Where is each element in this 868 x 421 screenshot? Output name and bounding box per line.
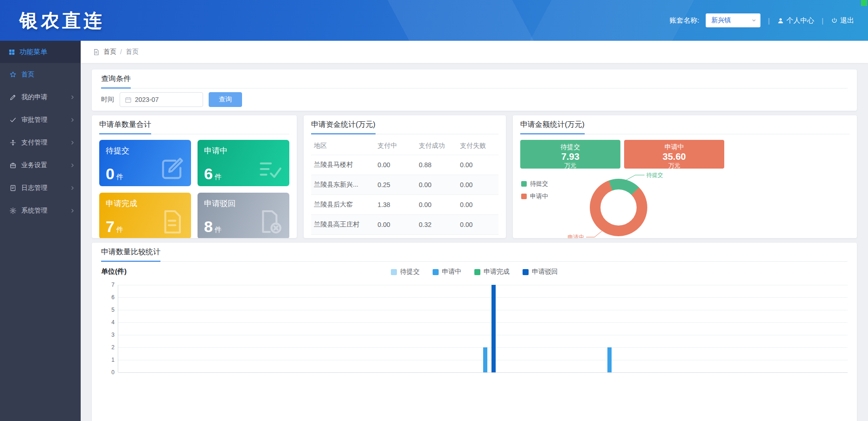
content: 查询条件 时间 2023-07 查询 申请单数量合计 待提交0件申请中6 (81, 63, 868, 421)
fund-table-cell: 0.00 (457, 175, 498, 195)
fund-table-cell: 0.32 (416, 215, 457, 235)
gridline (118, 372, 848, 373)
bar-chart-legend: 待提交申请中申请完成申请驳回 (391, 268, 558, 276)
query-form: 时间 2023-07 查询 (101, 92, 848, 107)
sidebar-item-label: 我的申请 (21, 93, 65, 101)
query-card-title: 查询条件 (101, 74, 848, 88)
donut-legend-item[interactable]: 申请中 (521, 192, 548, 201)
summary-tile-2[interactable]: 申请完成7件 (99, 193, 191, 238)
business-icon (9, 162, 17, 169)
y-axis-tick: 4 (103, 319, 115, 326)
search-button[interactable]: 查询 (209, 92, 242, 107)
document-icon (93, 49, 100, 56)
tile-label: 申请完成 (106, 198, 185, 209)
fund-table: 地区支付中支付成功支付失败 兰陵县马楼村0.000.880.00兰陵县东新兴..… (311, 136, 498, 238)
time-label: 时间 (101, 95, 114, 104)
fund-table-header: 支付成功 (416, 136, 457, 155)
fund-table-cell: 0.00 (416, 175, 457, 195)
fund-table-cell: 兰陵县后大窑 (311, 195, 375, 215)
payment-icon (9, 139, 17, 146)
summary-tile-3[interactable]: 申请驳回8件 (198, 193, 289, 238)
logout-link[interactable]: 退出 (831, 16, 854, 25)
sidebar-item-0[interactable]: 首页 (0, 63, 81, 86)
sidebar-item-6[interactable]: 系统管理 (0, 199, 81, 222)
fund-table-cell: 0.88 (416, 155, 457, 175)
chart-meta-row: 单位(件) 待提交申请中申请完成申请驳回 (101, 267, 848, 277)
gridline (118, 310, 848, 310)
main-area: 首页 / 首页 查询条件 时间 2023-07 查询 (81, 41, 868, 421)
fund-card: 申请资金统计(万元) 地区支付中支付成功支付失败 兰陵县马楼村0.000.880… (304, 115, 506, 238)
unit-label: 单位(件) (101, 267, 127, 275)
account-select[interactable]: 新兴镇 (706, 13, 760, 27)
sidebar-item-label: 日志管理 (21, 184, 65, 192)
fund-table-cell: 兰陵县王家楼村 (311, 235, 375, 239)
chevron-right-icon (70, 94, 75, 100)
y-axis-tick: 3 (103, 332, 115, 338)
app-header: 银农直连 账套名称: 新兴镇 | 个人中心 | 退出 (0, 0, 868, 41)
amount-card-title: 申请金额统计(万元) (520, 120, 849, 134)
compare-chart-card: 申请数量比较统计 单位(件) 待提交申请中申请完成申请驳回 76543210 (92, 243, 857, 421)
fund-table-cell: 0.00 (375, 235, 416, 239)
account-set-label: 账套名称: (670, 16, 699, 25)
fund-table-row: 兰陵县东新兴...0.250.000.00 (311, 175, 498, 195)
fund-table-cell: 1.38 (375, 195, 416, 215)
fund-table-cell: 0.00 (375, 155, 416, 175)
fund-table-row: 兰陵县高王庄村0.000.320.00 (311, 215, 498, 235)
sidebar-item-4[interactable]: 业务设置 (0, 154, 81, 176)
fund-table-cell: 0.25 (375, 175, 416, 195)
tile-count: 0件 (106, 166, 123, 182)
chevron-right-icon (70, 140, 75, 145)
log-icon (9, 184, 17, 192)
donut-legend-item[interactable]: 待提交 (521, 180, 548, 188)
chevron-right-icon (70, 185, 75, 191)
sidebar-item-1[interactable]: 我的申请 (0, 86, 81, 108)
fund-table-cell: 兰陵县高王庄村 (311, 215, 375, 235)
bar-legend-item[interactable]: 申请完成 (474, 268, 510, 276)
power-icon (831, 17, 838, 24)
month-picker-value: 2023-07 (135, 96, 159, 103)
month-picker-input[interactable]: 2023-07 (120, 92, 203, 107)
grid-icon (8, 49, 15, 56)
legend-swatch (474, 269, 480, 275)
tile-label: 待提交 (106, 145, 185, 156)
fund-table-cell: 0.00 (457, 215, 498, 235)
cards-row: 申请单数量合计 待提交0件申请中6件申请完成7件申请驳回8件 申请资金统计(万元… (92, 115, 857, 238)
account-select-value: 新兴镇 (711, 16, 731, 25)
bar-申请驳回[interactable] (491, 285, 496, 372)
sidebar-item-3[interactable]: 支付管理 (0, 131, 81, 154)
screen-artifact (861, 0, 867, 6)
bar-legend-item[interactable]: 申请中 (433, 268, 461, 276)
summary-tile-1[interactable]: 申请中6件 (198, 140, 289, 186)
sidebar-item-2[interactable]: 审批管理 (0, 108, 81, 131)
header-separator: | (768, 17, 770, 25)
summary-card: 申请单数量合计 待提交0件申请中6件申请完成7件申请驳回8件 (92, 115, 297, 238)
bar-legend-item[interactable]: 待提交 (391, 268, 420, 276)
sidebar-item-label: 首页 (21, 70, 75, 79)
fund-table-header: 地区 (311, 136, 375, 155)
breadcrumb-separator: / (120, 48, 122, 56)
fund-table-cell: 0.00 (416, 195, 457, 215)
donut-legend: 待提交申请中 (521, 180, 548, 205)
profile-link[interactable]: 个人中心 (777, 16, 814, 25)
sidebar-menu-header: 功能菜单 (0, 41, 81, 63)
sidebar: 功能菜单 首页我的申请审批管理支付管理业务设置日志管理系统管理 (0, 41, 81, 421)
sidebar-item-label: 审批管理 (21, 116, 65, 124)
donut-chart-area: 待提交申请中 待提交 申请中 (520, 172, 724, 238)
breadcrumb-item-home[interactable]: 首页 (103, 48, 116, 56)
summary-tile-0[interactable]: 待提交0件 (99, 140, 191, 186)
sidebar-item-5[interactable]: 日志管理 (0, 176, 81, 199)
fund-table-cell: 0.00 (375, 215, 416, 235)
bar-申请中[interactable] (607, 347, 612, 372)
bar-legend-item[interactable]: 申请驳回 (523, 268, 558, 276)
sidebar-item-label: 业务设置 (21, 161, 65, 170)
bar-chart-plot: 76543210 (118, 285, 848, 372)
fund-table-header: 支付中 (375, 136, 416, 155)
chevron-right-icon (70, 163, 75, 168)
document-x-icon (257, 208, 284, 235)
bar-申请中[interactable] (483, 347, 487, 372)
sidebar-item-label: 系统管理 (21, 207, 65, 215)
fund-table-row: 兰陵县马楼村0.000.880.00 (311, 155, 498, 175)
edit-icon (159, 156, 185, 182)
tile-count: 7件 (106, 219, 123, 234)
home-star-icon (9, 71, 17, 78)
